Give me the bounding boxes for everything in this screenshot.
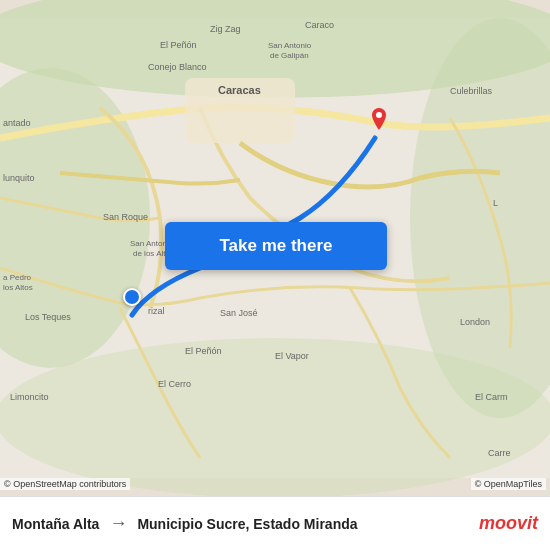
take-me-there-button[interactable]: Take me there: [165, 222, 387, 270]
svg-text:San Antonio: San Antonio: [268, 41, 312, 50]
svg-text:los Altos: los Altos: [3, 283, 33, 292]
destination-pin: [370, 108, 388, 130]
svg-text:El Peñón: El Peñón: [185, 346, 222, 356]
tiles-attribution-text: © OpenMapTiles: [475, 479, 542, 489]
svg-text:Conejo Blanco: Conejo Blanco: [148, 62, 207, 72]
svg-text:Zig Zag: Zig Zag: [210, 24, 241, 34]
map-area: Zig Zag Caraco El Peñón San Antonio de G…: [0, 0, 550, 496]
svg-text:El Vapor: El Vapor: [275, 351, 309, 361]
app-container: Zig Zag Caraco El Peñón San Antonio de G…: [0, 0, 550, 550]
openmaptiles-attribution: © OpenMapTiles: [471, 478, 546, 490]
svg-text:antado: antado: [3, 118, 31, 128]
origin-label: Montaña Alta: [12, 516, 99, 532]
svg-text:de Galipán: de Galipán: [270, 51, 309, 60]
svg-point-33: [376, 112, 382, 118]
svg-text:San José: San José: [220, 308, 258, 318]
bottom-bar: Montaña Alta → Municipio Sucre, Estado M…: [0, 496, 550, 550]
svg-text:lunquito: lunquito: [3, 173, 35, 183]
svg-text:Los Teques: Los Teques: [25, 312, 71, 322]
svg-text:Caraco: Caraco: [305, 20, 334, 30]
svg-text:Caracas: Caracas: [218, 84, 261, 96]
svg-text:Limoncito: Limoncito: [10, 392, 49, 402]
svg-text:El Cerro: El Cerro: [158, 379, 191, 389]
origin-pin: [123, 288, 141, 306]
svg-text:L: L: [493, 198, 498, 208]
svg-text:Carre: Carre: [488, 448, 511, 458]
svg-text:El Peñón: El Peñón: [160, 40, 197, 50]
arrow-icon: →: [109, 513, 127, 534]
svg-text:San Roque: San Roque: [103, 212, 148, 222]
attribution-text: © OpenStreetMap contributors: [4, 479, 126, 489]
svg-text:a Pedro: a Pedro: [3, 273, 32, 282]
svg-text:rizal: rizal: [148, 306, 165, 316]
destination-label: Municipio Sucre, Estado Miranda: [137, 516, 357, 532]
svg-text:Culebrillas: Culebrillas: [450, 86, 493, 96]
moovit-brand: moovit: [479, 513, 538, 534]
map-attribution: © OpenStreetMap contributors: [0, 478, 130, 490]
svg-point-4: [0, 338, 550, 496]
moovit-logo: moovit: [479, 513, 538, 534]
svg-text:London: London: [460, 317, 490, 327]
svg-text:El Carm: El Carm: [475, 392, 508, 402]
